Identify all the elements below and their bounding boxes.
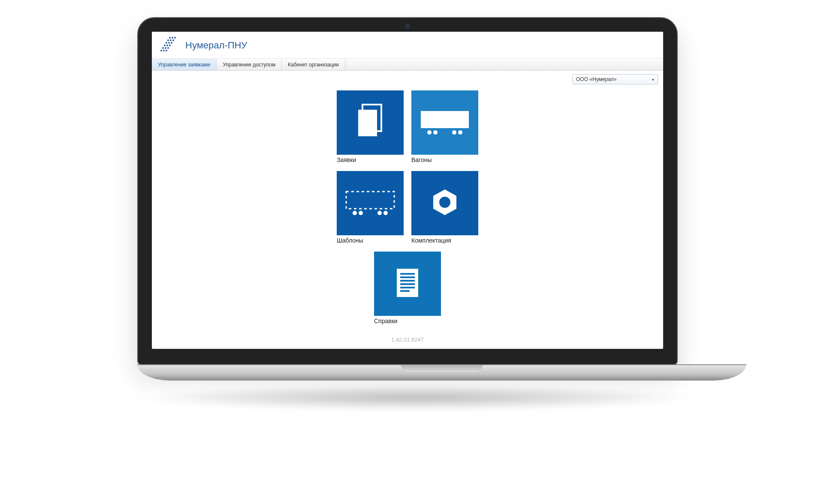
svg-rect-35 <box>400 280 415 282</box>
laptop-notch <box>401 365 483 372</box>
tile-label: Шаблоны <box>337 237 404 244</box>
org-select-row: ООО «Нумерал» ▾ <box>152 71 663 84</box>
svg-rect-38 <box>400 290 410 292</box>
svg-point-31 <box>439 197 450 208</box>
laptop-base <box>137 364 746 381</box>
svg-point-13 <box>170 39 172 41</box>
tile-label: Комплектация <box>411 237 478 244</box>
version-label: 1.42.01.8247 <box>391 336 424 343</box>
laptop-lid: Нумерал-ПНУ Управление заявками Управлен… <box>137 17 678 365</box>
svg-point-8 <box>169 45 171 46</box>
camera-dot <box>405 24 410 28</box>
svg-point-10 <box>168 42 170 44</box>
svg-point-11 <box>171 42 172 44</box>
svg-point-22 <box>433 130 438 135</box>
svg-point-17 <box>174 37 176 39</box>
tile-requests[interactable]: Заявки <box>337 90 404 163</box>
tile-equipment[interactable]: Комплектация <box>411 171 478 244</box>
svg-point-9 <box>166 42 167 44</box>
tab-access-management[interactable]: Управление доступом <box>217 59 282 70</box>
tab-requests-management[interactable]: Управление заявками <box>152 59 217 70</box>
tab-label: Управление заявками <box>158 62 210 68</box>
svg-point-7 <box>166 45 168 46</box>
chevron-down-icon: ▾ <box>652 77 654 82</box>
svg-point-5 <box>167 47 169 49</box>
svg-rect-36 <box>400 283 415 285</box>
documents-icon <box>355 103 386 142</box>
tile-label: Заявки <box>337 156 404 163</box>
svg-point-2 <box>166 50 167 51</box>
svg-rect-34 <box>400 276 415 278</box>
svg-point-1 <box>163 50 165 51</box>
tab-label: Кабинет организации <box>288 62 339 68</box>
svg-point-23 <box>452 130 456 135</box>
svg-rect-20 <box>421 111 469 128</box>
tile-label: Вагоны <box>411 156 478 163</box>
svg-point-29 <box>383 211 388 215</box>
svg-point-0 <box>160 50 162 51</box>
tab-bar: Управление заявками Управление доступом … <box>152 59 663 71</box>
svg-point-16 <box>172 37 173 39</box>
svg-point-28 <box>377 211 382 215</box>
svg-rect-32 <box>397 269 418 297</box>
svg-point-3 <box>162 47 164 49</box>
svg-rect-37 <box>400 287 415 288</box>
tiles-area: Заявки <box>152 84 663 349</box>
tile-templates[interactable]: Шаблоны <box>337 171 404 244</box>
laptop-shadow <box>137 385 695 411</box>
svg-rect-33 <box>400 273 415 275</box>
tile-wagons[interactable]: Вагоны <box>411 90 478 163</box>
svg-point-14 <box>172 39 174 41</box>
svg-rect-19 <box>358 110 377 136</box>
app-title: Нумерал-ПНУ <box>185 40 247 51</box>
report-icon <box>396 268 419 300</box>
logo-icon <box>159 36 179 55</box>
tile-reports[interactable]: Справки <box>374 252 441 324</box>
app-screen: Нумерал-ПНУ Управление заявками Управлен… <box>152 32 663 349</box>
svg-point-27 <box>359 211 363 215</box>
svg-rect-25 <box>346 192 394 209</box>
app-header: Нумерал-ПНУ <box>152 32 663 59</box>
svg-point-6 <box>164 45 166 46</box>
svg-point-26 <box>353 211 357 215</box>
tile-label: Справки <box>374 318 441 324</box>
wagon-icon <box>419 107 471 138</box>
tab-org-cabinet[interactable]: Кабинет организации <box>282 59 345 70</box>
org-select-value: ООО «Нумерал» <box>576 76 617 82</box>
svg-point-24 <box>458 130 462 135</box>
tab-label: Управление доступом <box>223 62 275 68</box>
svg-point-15 <box>169 37 171 39</box>
org-select[interactable]: ООО «Нумерал» ▾ <box>572 74 658 84</box>
svg-point-12 <box>167 39 169 41</box>
template-wagon-icon <box>344 187 396 219</box>
nut-icon <box>430 187 460 219</box>
laptop-mockup: Нумерал-ПНУ Управление заявками Управлен… <box>137 17 678 411</box>
svg-point-21 <box>427 130 432 135</box>
svg-point-4 <box>165 47 166 49</box>
